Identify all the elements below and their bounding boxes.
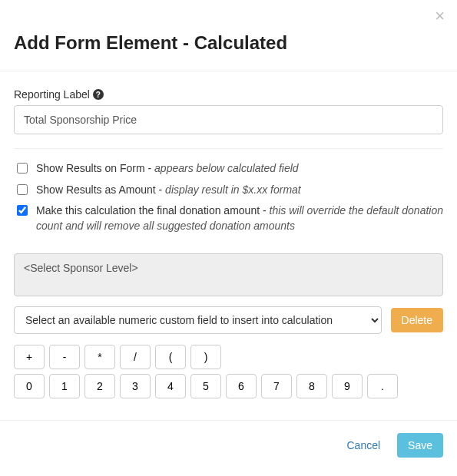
keypad-num-0[interactable]: 0: [14, 374, 45, 398]
keypad-num-3[interactable]: 3: [120, 374, 151, 398]
keypad-op-/[interactable]: /: [120, 345, 151, 369]
option-show-amount: Show Results as Amount - display result …: [14, 183, 443, 198]
numeric-field-select[interactable]: Select an available numeric custom field…: [14, 306, 382, 334]
option-show-results: Show Results on Form - appears below cal…: [14, 161, 443, 177]
keypad-num-5[interactable]: 5: [190, 374, 221, 398]
help-icon[interactable]: ?: [93, 89, 104, 100]
divider: [14, 148, 443, 149]
keypad-num-8[interactable]: 8: [296, 374, 327, 398]
reporting-label-row: Reporting Label ?: [14, 88, 443, 101]
reporting-label-text: Reporting Label: [14, 88, 90, 101]
keypad-op-*[interactable]: *: [84, 345, 115, 369]
show-amount-checkbox[interactable]: [17, 184, 28, 195]
show-results-label: Show Results on Form: [36, 162, 145, 174]
show-amount-hint: display result in $x.xx format: [165, 183, 301, 196]
keypad-num-2[interactable]: 2: [84, 374, 115, 398]
keypad-op-)[interactable]: ): [190, 345, 221, 369]
keypad-op-([interactable]: (: [155, 345, 186, 369]
show-results-checkbox[interactable]: [17, 163, 28, 174]
option-final-donation: Make this calculation the final donation…: [14, 203, 443, 233]
keypad-num-dot[interactable]: .: [367, 374, 398, 398]
keypad-num-6[interactable]: 6: [226, 374, 257, 398]
cancel-button[interactable]: Cancel: [336, 433, 391, 458]
keypad-op--[interactable]: -: [49, 345, 80, 369]
show-amount-label: Show Results as Amount: [36, 183, 156, 196]
save-button[interactable]: Save: [397, 433, 443, 458]
keypad-num-9[interactable]: 9: [332, 374, 363, 398]
keypad-op-+[interactable]: +: [14, 345, 45, 369]
keypad-num-4[interactable]: 4: [155, 374, 186, 398]
delete-button[interactable]: Delete: [391, 308, 443, 332]
expression-textarea[interactable]: <Select Sponsor Level>: [14, 253, 443, 296]
modal-footer: Cancel Save: [14, 433, 443, 458]
keypad-num-1[interactable]: 1: [49, 374, 80, 398]
final-donation-checkbox[interactable]: [17, 205, 28, 216]
show-results-hint: appears below calculated field: [154, 162, 299, 174]
divider: [0, 71, 457, 71]
divider: [0, 420, 457, 421]
keypad-num-7[interactable]: 7: [261, 374, 292, 398]
keypad: +-*/() 0123456789.: [14, 345, 443, 398]
final-donation-label: Make this calculation the final donation…: [36, 204, 260, 217]
modal-title: Add Form Element - Calculated: [14, 32, 443, 54]
field-insert-row: Select an available numeric custom field…: [14, 306, 443, 334]
close-icon[interactable]: ×: [435, 8, 445, 25]
reporting-label-input[interactable]: [14, 105, 443, 134]
